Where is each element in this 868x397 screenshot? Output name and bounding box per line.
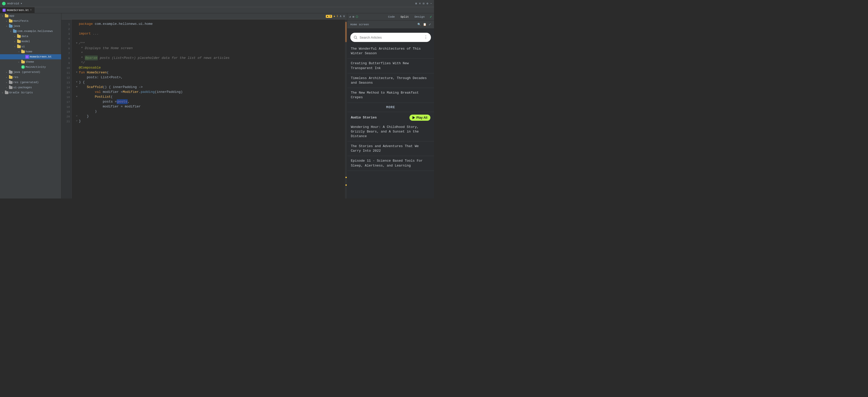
layout-icon[interactable]: ⊟: [423, 2, 425, 5]
search-input[interactable]: [360, 36, 422, 39]
nav-down[interactable]: ∨: [343, 14, 345, 18]
fold-13: ▼: [75, 80, 79, 85]
sidebar-item-theme[interactable]: ▸ theme: [0, 59, 61, 64]
audio-section-header: Audio Stories Play All: [347, 112, 434, 122]
code-line-2: [75, 26, 342, 31]
platform-selector[interactable]: Android ▾: [2, 2, 22, 5]
nav-up[interactable]: ∧: [340, 14, 342, 18]
folder-icon-package: [13, 30, 17, 33]
folder-icon-app: [5, 14, 8, 18]
arrow-java-gen: ▸: [5, 71, 8, 73]
sidebar-item-java[interactable]: ▾ java: [0, 24, 61, 29]
sidebar: ▾ app ▸ manifests ▾ java ▾ com.example.h…: [0, 13, 61, 199]
code-line-11: ▼ fun HomeScreen(: [75, 70, 342, 75]
sidebar-item-gradle[interactable]: ▸ Gradle Scripts: [0, 90, 61, 95]
svg-point-0: [354, 36, 356, 38]
code-line-18: modifier = modifier: [75, 104, 342, 109]
layout-icon-right[interactable]: ⊞: [352, 15, 354, 19]
audio-item-3[interactable]: Episode 11 - Science Based Tools For Sle…: [347, 156, 434, 171]
code-line-6: * Displays the Home screen: [75, 46, 342, 51]
sidebar-item-home[interactable]: ▾ home: [0, 49, 61, 54]
sidebar-item-package[interactable]: ▾ com.example.hellonews: [0, 29, 61, 34]
view-design-btn[interactable]: Design: [412, 15, 427, 19]
folder-icon-java: [9, 25, 12, 28]
label-java-gen: java (generated): [13, 71, 40, 74]
code-line-14: ▼ Scaffold() { innerPadding ->: [75, 85, 342, 90]
label-ui: ui: [22, 45, 25, 48]
minus-icon[interactable]: −: [430, 2, 432, 5]
warning-count: ▲ 5: [326, 15, 332, 18]
arrow-res-gen: ▸: [5, 81, 8, 84]
label-res-gen: res (generated): [13, 81, 39, 84]
search-more-icon[interactable]: ⋮: [424, 35, 428, 40]
fold-20: ▽: [75, 114, 79, 119]
file-icon-kt: K: [25, 55, 29, 59]
search-icon: [353, 35, 358, 39]
grid-icon[interactable]: ⊞: [415, 2, 417, 5]
right-panel: ↺ ⊞ ⬡ Code Split Design ✓ Home screen 🔍 …: [347, 13, 434, 199]
sidebar-item-ui-packages[interactable]: ▸ ui-packages: [0, 85, 61, 90]
tab-close-btn[interactable]: ×: [30, 9, 32, 11]
tab-homescreen[interactable]: K HomeScreen.kt ×: [0, 7, 35, 13]
sidebar-item-ui[interactable]: ▾ ui: [0, 44, 61, 49]
kt-file-icon: K: [3, 9, 6, 12]
warning-marker: [345, 177, 347, 178]
label-data: data: [22, 35, 28, 38]
panel-title: Home screen: [350, 23, 369, 26]
label-gradle: Gradle Scripts: [9, 91, 33, 94]
code-line-4: [75, 36, 342, 41]
code-line-3: import ...: [75, 31, 342, 36]
sidebar-item-model[interactable]: ▸ model: [0, 39, 61, 44]
label-theme: theme: [26, 60, 34, 63]
code-line-20: ▽ }: [75, 114, 342, 119]
list-icon[interactable]: ≡: [419, 2, 421, 5]
external-icon[interactable]: ⤢: [429, 23, 431, 26]
article-item-2[interactable]: Creating Butterflies With New Transparen…: [347, 59, 434, 73]
file-icon-main: ▶: [21, 65, 25, 69]
play-all-button[interactable]: Play All: [409, 114, 430, 121]
line-numbers: 1 2 3 4 5 6 7 8 9 10 11 12 13 14 15 16 1…: [61, 20, 72, 199]
view-split-btn[interactable]: Split: [398, 15, 411, 19]
svg-line-1: [356, 38, 357, 39]
green-check-icon: ✓: [430, 14, 432, 19]
audio-section-title: Audio Stories: [351, 115, 377, 120]
sidebar-item-homescreen[interactable]: K HomeScreen.kt: [0, 54, 61, 59]
arrow-manifests: ▸: [5, 20, 8, 22]
android-icon: [2, 2, 6, 5]
arrow-data: ▸: [13, 35, 17, 38]
fold-11: ▼: [75, 70, 79, 75]
label-model: model: [22, 40, 30, 43]
code-line-10: @Composable: [75, 65, 342, 70]
article-item-3[interactable]: Timeless Architecture, Through Decades a…: [347, 73, 434, 88]
sidebar-item-java-gen[interactable]: ▸ java (generated): [0, 70, 61, 75]
search-small-icon[interactable]: 🔍: [417, 23, 421, 26]
arrow-theme: ▸: [18, 61, 21, 63]
code-line-12: posts: List<Post>,: [75, 75, 342, 80]
audio-item-1[interactable]: Wondering Hour: A Childhood Story, Grizz…: [347, 122, 434, 142]
more-button[interactable]: MORE: [347, 103, 434, 112]
editor-scrollbar[interactable]: [345, 20, 347, 199]
sidebar-item-mainactivity[interactable]: ▶ MainActivity: [0, 64, 61, 70]
code-content[interactable]: package com.example.hellonews.ui.home im…: [72, 20, 345, 199]
article-item-4[interactable]: The New Method to Making Breakfast Crepe…: [347, 88, 434, 103]
search-bar[interactable]: ⋮: [350, 33, 431, 42]
folder-icon-model: [17, 40, 21, 43]
folder-icon-gradle: [5, 91, 8, 94]
settings-icon[interactable]: ⚙: [427, 2, 428, 5]
audio-item-2[interactable]: The Stories and Adventures That We Carry…: [347, 141, 434, 156]
folder-icon-ui: [17, 45, 21, 48]
sidebar-item-res[interactable]: ▸ res: [0, 75, 61, 80]
article-item-1[interactable]: The Wonderful Architectures of This Wint…: [347, 44, 434, 59]
refresh-small-icon[interactable]: 📋: [423, 23, 427, 26]
platform-dropdown-arrow[interactable]: ▾: [21, 2, 22, 5]
sidebar-item-data[interactable]: ▸ data: [0, 34, 61, 39]
arrow-ui: ▾: [13, 45, 17, 48]
folder-icon-data: [17, 35, 21, 38]
refresh-icon[interactable]: ↺: [349, 15, 351, 19]
sidebar-item-app[interactable]: ▾ app: [0, 13, 61, 19]
sidebar-item-res-gen[interactable]: ▸ res (generated): [0, 80, 61, 85]
sidebar-item-manifests[interactable]: ▸ manifests: [0, 19, 61, 24]
code-line-17: posts = posts,: [75, 99, 342, 104]
layers-icon[interactable]: ⬡: [356, 15, 358, 19]
view-code-btn[interactable]: Code: [386, 15, 397, 19]
